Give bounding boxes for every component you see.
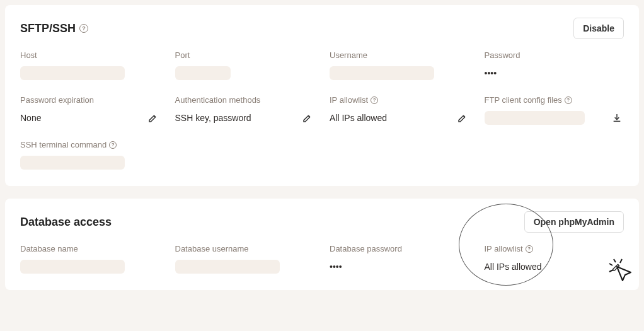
auth-methods-label: Authentication methods <box>175 95 315 105</box>
auth-methods-field: Authentication methods SSH key, password <box>175 95 315 126</box>
edit-icon[interactable] <box>146 111 160 125</box>
open-phpmyadmin-button[interactable]: Open phpMyAdmin <box>524 211 624 233</box>
host-field: Host <box>20 50 160 81</box>
help-icon[interactable]: ? <box>79 24 88 33</box>
password-expiration-label: Password expiration <box>20 95 160 105</box>
username-field: Username <box>330 50 469 81</box>
username-label: Username <box>330 50 469 60</box>
db-ip-allowlist-field: IP allowlist ? All IPs allowed <box>485 244 624 275</box>
ip-allowlist-label: IP allowlist ? <box>330 95 469 105</box>
edit-icon[interactable] <box>610 260 624 274</box>
disable-button[interactable]: Disable <box>573 18 624 39</box>
sftp-panel-header: SFTP/SSH ? Disable <box>20 18 624 39</box>
password-field: Password •••• <box>485 50 624 81</box>
ftp-client-config-placeholder <box>485 111 585 125</box>
port-label: Port <box>175 50 315 60</box>
db-username-field: Database username <box>175 244 315 275</box>
edit-icon[interactable] <box>301 111 314 125</box>
ssh-terminal-placeholder <box>20 156 125 170</box>
sftp-panel-title: SFTP/SSH ? <box>20 22 88 35</box>
ssh-terminal-field: SSH terminal command ? <box>20 140 160 171</box>
help-icon[interactable]: ? <box>371 96 378 104</box>
db-username-placeholder <box>175 260 280 274</box>
port-field: Port <box>175 50 315 81</box>
db-name-label: Database name <box>20 244 160 253</box>
ftp-client-config-field: FTP client config files ? <box>485 95 624 126</box>
ssh-terminal-label: SSH terminal command ? <box>20 140 160 149</box>
sftp-ssh-panel: SFTP/SSH ? Disable Host Port Username Pa… <box>5 5 639 186</box>
username-value-placeholder <box>330 66 434 80</box>
ftp-client-config-label: FTP client config files ? <box>485 95 624 105</box>
help-icon[interactable]: ? <box>565 96 572 104</box>
password-expiration-value: None <box>20 113 41 123</box>
password-label: Password <box>485 50 624 60</box>
db-ip-allowlist-value: All IPs allowed <box>485 262 542 272</box>
db-name-placeholder <box>20 260 125 274</box>
db-ip-allowlist-label-text: IP allowlist <box>485 244 523 253</box>
help-icon[interactable]: ? <box>109 141 117 149</box>
ip-allowlist-field: IP allowlist ? All IPs allowed <box>330 95 469 126</box>
host-label: Host <box>20 50 160 60</box>
sftp-title-text: SFTP/SSH <box>20 22 76 35</box>
edit-icon[interactable] <box>456 111 469 125</box>
db-ip-allowlist-label: IP allowlist ? <box>485 244 624 253</box>
sftp-fields-grid: Host Port Username Password •••• Pas <box>20 50 624 171</box>
db-password-label: Database password <box>330 244 469 253</box>
password-expiration-field: Password expiration None <box>20 95 160 126</box>
help-icon[interactable]: ? <box>526 245 533 253</box>
database-access-panel: Database access Open phpMyAdmin Database… <box>5 199 639 290</box>
download-icon[interactable] <box>610 111 624 125</box>
db-password-value: •••• <box>330 262 342 272</box>
db-username-label: Database username <box>175 244 315 253</box>
db-panel-title: Database access <box>20 216 112 229</box>
ip-allowlist-label-text: IP allowlist <box>330 95 368 105</box>
port-value-placeholder <box>175 66 231 80</box>
auth-methods-value: SSH key, password <box>175 113 251 123</box>
db-title-text: Database access <box>20 216 112 229</box>
db-fields-grid: Database name Database username Database… <box>20 244 624 275</box>
db-panel-header: Database access Open phpMyAdmin <box>20 211 624 233</box>
password-value: •••• <box>485 68 497 78</box>
host-value-placeholder <box>20 66 125 80</box>
ip-allowlist-value: All IPs allowed <box>330 113 387 123</box>
db-password-field: Database password •••• <box>330 244 469 275</box>
ftp-client-config-label-text: FTP client config files <box>485 95 562 105</box>
db-name-field: Database name <box>20 244 160 275</box>
ssh-terminal-label-text: SSH terminal command <box>20 140 106 149</box>
